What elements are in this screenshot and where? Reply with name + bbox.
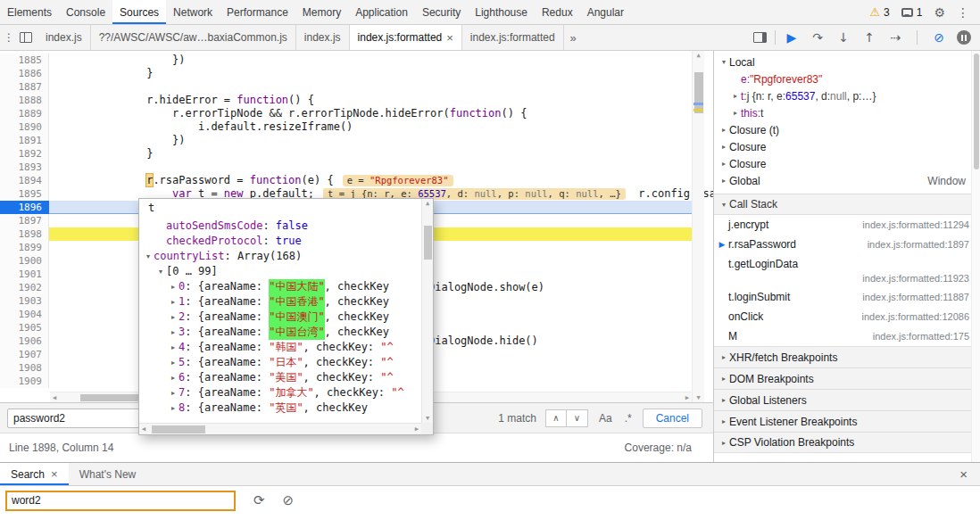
popup-row[interactable]: ▸5: {areaName: "日本", checkKey: "^ — [139, 355, 421, 370]
scroll-up-icon[interactable]: ▲ — [693, 52, 704, 59]
callstack-frame-t-getlogindata[interactable]: t.getLoginDataindex.js:formatted:11923 — [714, 254, 980, 287]
line-number[interactable]: 1900 — [0, 254, 49, 268]
scope-variable-e[interactable]: e: "Rpgforever83" — [714, 70, 980, 87]
more-options-icon[interactable]: ⋮ — [957, 5, 969, 20]
editor-vertical-scrollbar[interactable]: ▲ ▼ — [692, 51, 704, 402]
sidebar-scrollbar[interactable] — [971, 51, 980, 462]
scope-section-closure-t[interactable]: ▸Closure (t) — [714, 121, 980, 138]
step-button[interactable]: ⇢ — [887, 29, 903, 46]
callstack-frame-r-rsapassword[interactable]: ▶r.rsaPasswordindex.js:formatted:1897 — [714, 235, 980, 254]
drawer-tab-search[interactable]: Search× — [0, 463, 69, 485]
line-number[interactable]: 1892 — [0, 147, 49, 161]
scroll-left-icon[interactable]: ◀ — [53, 394, 56, 401]
sidebar-pane-xhr-fetch-breakpoints[interactable]: ▸XHR/fetch Breakpoints — [714, 346, 980, 367]
file-tab-index-js-formatted[interactable]: index.js:formatted — [462, 25, 564, 50]
callstack-frame-onclick[interactable]: onClickindex.js:formatted:12086 — [714, 307, 980, 326]
line-number[interactable]: 1885 — [0, 54, 49, 67]
popup-row[interactable]: ▸8: {areaName: "英国", checkKey — [139, 400, 421, 416]
file-tab-awsc-awsc-aw-baxiacommon-js[interactable]: ??/AWSC/AWSC/aw…baxiaCommon.js — [91, 25, 296, 50]
line-number[interactable]: 1894 — [0, 174, 49, 187]
scroll-down-icon[interactable]: ▼ — [693, 394, 704, 401]
line-number[interactable]: 1888 — [0, 94, 49, 107]
line-number[interactable]: 1887 — [0, 80, 49, 94]
popup-row[interactable]: ▸3: {areaName: "中国台湾", checkKey — [139, 325, 421, 340]
scope-section-local[interactable]: ▾Local — [714, 54, 980, 70]
line-number[interactable]: 1898 — [0, 227, 49, 241]
sidebar-pane-event-listener-breakpoints[interactable]: ▸Event Listener Breakpoints — [714, 410, 980, 432]
main-tab-lighthouse[interactable]: Lighthouse — [468, 0, 535, 24]
popup-row[interactable]: autoSendSmsCode: false — [139, 219, 421, 234]
popup-row[interactable]: checkedProtocol: true — [139, 234, 421, 249]
file-tab-index-js[interactable]: index.js — [296, 25, 350, 50]
main-tab-performance[interactable]: Performance — [220, 0, 295, 24]
navigator-toggle-icon[interactable] — [20, 32, 32, 43]
line-number[interactable]: 1901 — [0, 268, 49, 281]
regex-toggle[interactable]: .* — [623, 412, 634, 425]
toggle-debugger-sidebar-icon[interactable] — [753, 32, 767, 43]
popup-horizontal-scrollbar[interactable]: ◀ ▶ — [139, 423, 421, 434]
line-number[interactable]: 1889 — [0, 107, 49, 120]
line-number[interactable]: 1890 — [0, 120, 49, 134]
find-previous-button[interactable]: ∧ — [545, 409, 567, 427]
line-number[interactable]: 1902 — [0, 281, 49, 294]
line-number[interactable]: 1886 — [0, 67, 49, 80]
line-number[interactable]: 1897 — [0, 214, 49, 227]
find-next-button[interactable]: ∨ — [567, 409, 588, 427]
tab-overflow-icon[interactable]: » — [564, 25, 583, 50]
popup-row[interactable]: ▸0: {areaName: "中国大陆", checkKey — [139, 279, 421, 294]
close-tab-icon[interactable]: × — [446, 31, 453, 45]
scope-section-global[interactable]: ▸GlobalWindow — [714, 172, 980, 189]
popup-row[interactable]: ▾[0 … 99] — [139, 264, 421, 279]
scroll-down-icon[interactable]: ▼ — [422, 415, 433, 422]
scroll-right-icon[interactable]: ▶ — [415, 425, 419, 433]
step-over-button[interactable]: ↷ — [810, 29, 826, 46]
main-tab-redux[interactable]: Redux — [535, 0, 580, 24]
line-number[interactable]: 1903 — [0, 294, 49, 308]
step-into-button[interactable]: ↓ — [835, 29, 851, 46]
scrollbar-thumb[interactable] — [152, 425, 205, 433]
scope-section-closure[interactable]: ▸Closure — [714, 138, 980, 155]
settings-gear-icon[interactable]: ⚙ — [934, 5, 945, 20]
main-tab-sources[interactable]: Sources — [112, 0, 166, 24]
issues-badge[interactable]: 1 — [901, 6, 923, 19]
scope-variable-t[interactable]: ▸t: j {n: r, e: 65537, d: null, p:…} — [714, 87, 980, 104]
sources-menu-icon[interactable]: ⋮ — [0, 25, 18, 50]
scroll-left-icon[interactable]: ◀ — [142, 425, 145, 433]
callstack-frame-j-encrypt[interactable]: j.encryptindex.js:formatted:11294 — [714, 215, 980, 235]
scrollbar-thumb[interactable] — [694, 72, 703, 113]
deactivate-breakpoints-button[interactable]: ⊘ — [931, 29, 947, 46]
match-case-toggle[interactable]: Aa — [597, 412, 614, 425]
popup-row[interactable]: ▸1: {areaName: "中国香港", checkKey — [139, 294, 421, 310]
callstack-frame-m[interactable]: Mindex.js:formatted:175 — [714, 326, 980, 346]
callstack-frame-t-loginsubmit[interactable]: t.loginSubmitindex.js:formatted:11887 — [714, 287, 980, 307]
line-number[interactable]: 1906 — [0, 334, 49, 348]
scope-section-closure[interactable]: ▸Closure — [714, 155, 980, 172]
line-number[interactable]: 1904 — [0, 308, 49, 321]
main-tab-elements[interactable]: Elements — [0, 0, 59, 24]
line-number[interactable]: 1891 — [0, 134, 49, 147]
drawer-tab-what-s-new[interactable]: What's New — [69, 463, 147, 485]
line-number[interactable]: 1907 — [0, 348, 49, 361]
call-stack-header[interactable]: ▾ Call Stack — [714, 194, 980, 215]
step-out-button[interactable]: ↑ — [861, 29, 877, 46]
popup-row[interactable]: ▸6: {areaName: "美国", checkKey: "^ — [139, 370, 421, 385]
drawer-search-input[interactable] — [5, 491, 236, 511]
scroll-right-icon[interactable]: ▶ — [685, 394, 689, 401]
scrollbar-thumb[interactable] — [424, 226, 432, 260]
main-tab-network[interactable]: Network — [166, 0, 220, 24]
cancel-button[interactable]: Cancel — [643, 409, 702, 428]
scroll-up-icon[interactable]: ▲ — [422, 200, 433, 207]
line-number[interactable]: 1909 — [0, 375, 49, 388]
popup-row[interactable]: ▸7: {areaName: "加拿大", checkKey: "^ — [139, 385, 421, 400]
sidebar-pane-global-listeners[interactable]: ▸Global Listeners — [714, 389, 980, 410]
line-number[interactable]: 1895 — [0, 187, 49, 201]
line-number[interactable]: 1905 — [0, 321, 49, 334]
refresh-icon[interactable]: ⟳ — [253, 492, 265, 508]
main-tab-console[interactable]: Console — [59, 0, 112, 24]
file-tab-index-js-formatted[interactable]: index.js:formatted× — [350, 25, 462, 50]
main-tab-angular[interactable]: Angular — [580, 0, 631, 24]
popup-vertical-scrollbar[interactable]: ▲ ▼ — [421, 199, 433, 423]
line-number[interactable]: 1908 — [0, 361, 49, 375]
main-tab-memory[interactable]: Memory — [295, 0, 348, 24]
line-number[interactable]: 1899 — [0, 241, 49, 254]
